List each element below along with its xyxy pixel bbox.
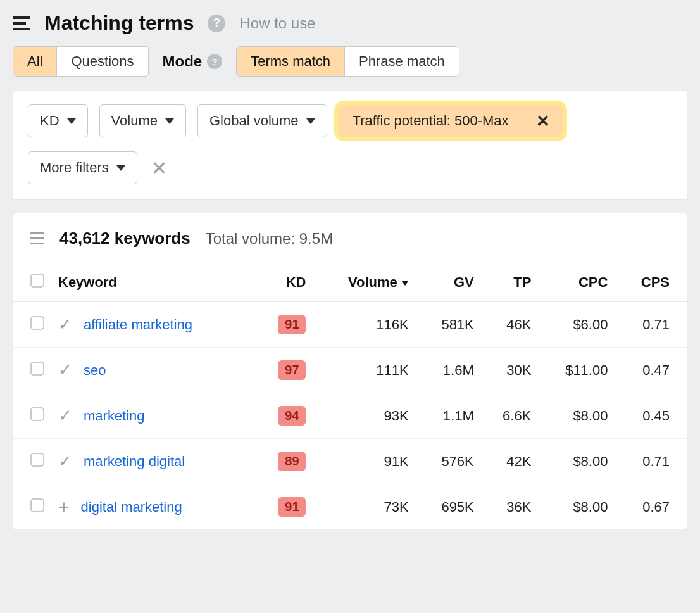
row-checkbox[interactable] (30, 498, 44, 512)
keyword-link[interactable]: marketing digital (84, 453, 185, 470)
help-icon[interactable]: ? (208, 15, 225, 32)
caret-down-icon (306, 118, 315, 124)
add-icon[interactable]: + (58, 498, 70, 517)
cell-cpc: $8.00 (537, 439, 614, 484)
cell-cpc: $6.00 (537, 302, 614, 348)
row-checkbox[interactable] (30, 362, 44, 376)
cell-cps: 0.47 (614, 348, 687, 393)
row-checkbox[interactable] (30, 407, 44, 421)
col-cps[interactable]: CPS (614, 263, 687, 302)
how-to-use-link[interactable]: How to use (239, 15, 315, 32)
scope-tabs: All Questions (13, 46, 149, 77)
col-tp[interactable]: TP (480, 263, 538, 302)
cell-cps: 0.45 (614, 393, 687, 439)
cell-cps: 0.67 (614, 484, 687, 530)
cell-cpc: $8.00 (537, 484, 614, 530)
cell-volume: 111K (312, 348, 417, 393)
mode-tabs: Terms match Phrase match (236, 46, 459, 77)
caret-down-icon (165, 118, 174, 124)
filter-traffic-potential-remove[interactable]: ✕ (523, 105, 563, 137)
cell-gv: 695K (418, 484, 480, 530)
cell-cpc: $11.00 (537, 348, 614, 393)
keyword-link[interactable]: affiliate marketing (84, 317, 192, 333)
col-keyword[interactable]: Keyword (51, 263, 256, 302)
row-checkbox[interactable] (30, 453, 44, 467)
filter-more[interactable]: More filters (28, 151, 137, 184)
col-cpc[interactable]: CPC (537, 263, 614, 302)
cell-cpc: $8.00 (537, 393, 614, 439)
cell-tp: 30K (480, 348, 538, 393)
page-title: Matching terms (44, 11, 194, 35)
tab-questions[interactable]: Questions (56, 47, 147, 76)
cell-gv: 1.1M (418, 393, 480, 439)
table-row: ✓seo97111K1.6M30K$11.000.47 (13, 348, 687, 393)
tab-all[interactable]: All (13, 47, 56, 76)
check-icon[interactable]: ✓ (58, 360, 72, 380)
cell-volume: 91K (312, 439, 417, 484)
cell-cps: 0.71 (614, 302, 687, 348)
cell-tp: 36K (480, 484, 538, 530)
tab-phrase-match[interactable]: Phrase match (344, 47, 459, 76)
check-icon[interactable]: ✓ (58, 452, 72, 471)
table-row: +digital marketing9173K695K36K$8.000.67 (13, 484, 687, 530)
total-volume: Total volume: 9.5M (206, 230, 333, 248)
keyword-count: 43,612 keywords (59, 229, 191, 248)
clear-filters-icon[interactable]: ✕ (151, 157, 167, 179)
col-gv[interactable]: GV (418, 263, 480, 302)
col-kd[interactable]: KD (256, 263, 313, 302)
kd-badge: 89 (278, 452, 306, 471)
mode-help-icon[interactable]: ? (207, 54, 222, 69)
sort-desc-icon (401, 281, 409, 286)
cell-tp: 42K (480, 439, 538, 484)
select-all-checkbox[interactable] (30, 274, 44, 288)
filter-traffic-potential[interactable]: Traffic potential: 500-Max ✕ (339, 105, 563, 137)
cell-volume: 116K (312, 302, 417, 348)
kd-badge: 94 (278, 406, 306, 426)
list-icon[interactable] (30, 232, 44, 244)
keyword-link[interactable]: digital marketing (81, 499, 182, 515)
cell-cps: 0.71 (614, 439, 687, 484)
cell-tp: 46K (480, 302, 538, 348)
caret-down-icon (116, 165, 125, 171)
mode-label: Mode ? (163, 53, 223, 70)
cell-gv: 576K (418, 439, 480, 484)
cell-tp: 6.6K (480, 393, 538, 439)
filter-kd[interactable]: KD (28, 104, 88, 137)
kd-badge: 97 (278, 360, 306, 380)
cell-gv: 1.6M (418, 348, 480, 393)
keyword-link[interactable]: seo (84, 362, 106, 379)
cell-volume: 73K (312, 484, 417, 530)
cell-volume: 93K (312, 393, 417, 439)
keywords-table: Keyword KD Volume GV TP CPC CPS ✓affilia… (13, 263, 687, 529)
filter-traffic-potential-label: Traffic potential: 500-Max (339, 105, 523, 137)
filter-volume[interactable]: Volume (99, 104, 186, 137)
table-row: ✓marketing digital8991K576K42K$8.000.71 (13, 439, 687, 484)
kd-badge: 91 (278, 315, 306, 334)
results-panel: 43,612 keywords Total volume: 9.5M Keywo… (13, 213, 687, 529)
menu-icon[interactable] (13, 16, 30, 30)
filters-panel: KD Volume Global volume Traffic potentia… (13, 91, 687, 199)
keyword-link[interactable]: marketing (84, 408, 145, 424)
col-volume[interactable]: Volume (312, 263, 417, 302)
table-row: ✓marketing9493K1.1M6.6K$8.000.45 (13, 393, 687, 439)
filter-global-volume[interactable]: Global volume (197, 104, 327, 137)
check-icon[interactable]: ✓ (58, 406, 72, 426)
tab-terms-match[interactable]: Terms match (237, 47, 344, 76)
cell-gv: 581K (418, 302, 480, 348)
row-checkbox[interactable] (30, 316, 44, 330)
caret-down-icon (67, 118, 76, 124)
kd-badge: 91 (278, 497, 306, 517)
table-row: ✓affiliate marketing91116K581K46K$6.000.… (13, 302, 687, 348)
close-icon: ✕ (536, 113, 550, 129)
check-icon[interactable]: ✓ (58, 315, 72, 334)
